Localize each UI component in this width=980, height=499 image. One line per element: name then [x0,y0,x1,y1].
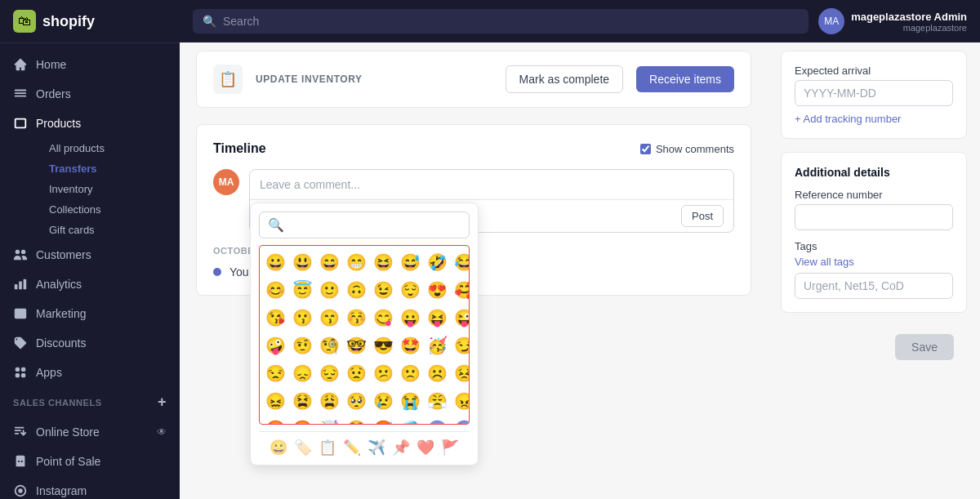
comment-input[interactable] [250,170,733,199]
emoji-cell[interactable]: 🙂 [317,277,342,303]
emoji-cell[interactable]: 😫 [290,388,315,414]
emoji-cell[interactable]: 🥶 [398,416,423,425]
emoji-cell[interactable]: 😏 [452,332,470,359]
reference-number-input[interactable] [795,204,953,230]
add-sales-channel-icon[interactable]: + [158,394,167,411]
emoji-cell[interactable]: 😘 [263,305,288,331]
emoji-cell[interactable]: 😅 [398,249,423,275]
sidebar-item-all-products[interactable]: All products [36,138,180,158]
emoji-cell[interactable]: 😝 [425,305,450,331]
emoji-cell[interactable]: 😉 [371,277,396,303]
save-button[interactable]: Save [895,334,954,360]
emoji-cell[interactable]: 😇 [290,277,315,303]
emoji-cell[interactable]: 🥰 [452,277,470,303]
emoji-cat-symbols[interactable]: 📋 [318,439,336,457]
emoji-cell[interactable]: 😚 [344,305,369,331]
sidebar-item-products[interactable]: Products [0,109,180,138]
emoji-cat-places[interactable]: 📌 [392,439,410,457]
emoji-cell[interactable]: 😣 [452,360,470,386]
emoji-cell[interactable]: 🤣 [425,249,450,275]
emoji-cell[interactable]: 😕 [371,360,396,386]
emoji-cell[interactable]: 😂 [452,249,470,275]
shopify-logo[interactable]: 🛍 shopify [13,10,95,33]
emoji-cell[interactable]: 😒 [263,360,288,386]
sidebar-item-customers[interactable]: Customers [0,240,180,270]
emoji-cell[interactable]: 😙 [317,305,342,331]
sidebar-item-online-store[interactable]: Online Store 👁 [0,417,180,447]
emoji-cell[interactable]: 😗 [290,305,315,331]
emoji-cell[interactable]: 🤓 [344,332,369,359]
emoji-cat-hearts[interactable]: ❤️ [416,439,434,457]
emoji-cell[interactable]: 😎 [371,332,396,359]
emoji-cell[interactable]: 😤 [425,388,450,414]
emoji-cat-objects[interactable]: 🏷️ [294,439,312,457]
search-input[interactable] [223,15,799,28]
emoji-cell[interactable]: 🤯 [317,416,342,425]
emoji-cell[interactable]: 🙃 [344,277,369,303]
emoji-cat-smileys[interactable]: 😀 [270,439,287,457]
sidebar-item-apps[interactable]: Apps [0,358,180,387]
sidebar-item-orders[interactable]: Orders [0,79,180,109]
emoji-cell[interactable]: 😱 [425,416,450,425]
emoji-cell[interactable]: ☹️ [425,360,450,386]
sidebar-item-discounts[interactable]: Discounts [0,328,180,358]
emoji-cell[interactable]: 😊 [263,277,288,303]
emoji-cell[interactable]: 😳 [344,416,369,425]
show-comments-toggle[interactable]: Show comments [640,143,734,155]
emoji-cell[interactable]: 😄 [317,249,342,275]
receive-items-button[interactable]: Receive items [636,66,734,92]
tags-input[interactable] [795,273,953,299]
sidebar-item-analytics[interactable]: Analytics [0,270,180,299]
sidebar-item-collections[interactable]: Collections [36,199,180,220]
emoji-cell[interactable]: 😁 [344,249,369,275]
sidebar-item-instagram[interactable]: Instagram [0,476,180,499]
emoji-cell[interactable]: 🧐 [317,332,342,359]
emoji-cell[interactable]: 😟 [344,360,369,386]
emoji-search-bar[interactable]: 🔍 [259,212,470,238]
sidebar-item-transfers[interactable]: Transfers [36,158,180,179]
emoji-search-input[interactable] [289,219,461,232]
emoji-cell[interactable]: 😞 [290,360,315,386]
emoji-cell[interactable]: 🥵 [371,416,396,425]
emoji-cell[interactable]: 😀 [263,249,288,275]
emoji-cell[interactable]: 😢 [371,388,396,414]
emoji-cell[interactable]: 🥺 [344,388,369,414]
emoji-cell[interactable]: 😌 [398,277,423,303]
emoji-cell[interactable]: 🙁 [398,360,423,386]
emoji-cell[interactable]: 😭 [398,388,423,414]
emoji-cell[interactable]: 😛 [398,305,423,331]
emoji-cell[interactable]: 🤨 [290,332,315,359]
emoji-cell[interactable]: 😠 [452,388,470,414]
show-comments-checkbox[interactable] [640,144,651,154]
sidebar-item-inventory[interactable]: Inventory [36,179,180,199]
sidebar-item-marketing[interactable]: Marketing [0,299,180,328]
emoji-categories: 😀 🏷️ 📋 ✏️ ✈️ 📌 ❤️ 🚩 [259,431,470,457]
emoji-cell[interactable]: 😡 [263,416,288,425]
emoji-cat-activities[interactable]: ✏️ [343,439,361,457]
add-tracking-link[interactable]: + Add tracking number [795,113,953,125]
emoji-cell[interactable]: 😔 [317,360,342,386]
search-bar[interactable]: 🔍 [193,9,808,33]
sidebar-item-home[interactable]: Home [0,50,180,79]
emoji-cell[interactable]: 😋 [371,305,396,331]
emoji-cell[interactable]: 🥳 [425,332,450,359]
event-dot [213,268,221,276]
emoji-cell[interactable]: 😍 [425,277,450,303]
emoji-cell[interactable]: 😨 [452,416,470,425]
emoji-cell[interactable]: 😜 [452,305,470,331]
emoji-cell[interactable]: 😩 [317,388,342,414]
emoji-cell[interactable]: 😖 [263,388,288,414]
emoji-cat-travel[interactable]: ✈️ [368,439,385,457]
emoji-cat-flags[interactable]: 🚩 [441,439,459,457]
sidebar-item-point-of-sale[interactable]: Point of Sale [0,447,180,476]
post-button[interactable]: Post [681,205,724,227]
view-all-tags-link[interactable]: View all tags [795,256,953,268]
emoji-cell[interactable]: 🤪 [263,332,288,359]
sidebar-item-gift-cards[interactable]: Gift cards [36,220,180,240]
emoji-cell[interactable]: 😃 [290,249,315,275]
emoji-cell[interactable]: 🤬 [290,416,315,425]
emoji-cell[interactable]: 🤩 [398,332,423,359]
expected-arrival-input[interactable] [795,80,953,106]
mark-as-complete-button[interactable]: Mark as complete [506,65,623,93]
emoji-cell[interactable]: 😆 [371,249,396,275]
